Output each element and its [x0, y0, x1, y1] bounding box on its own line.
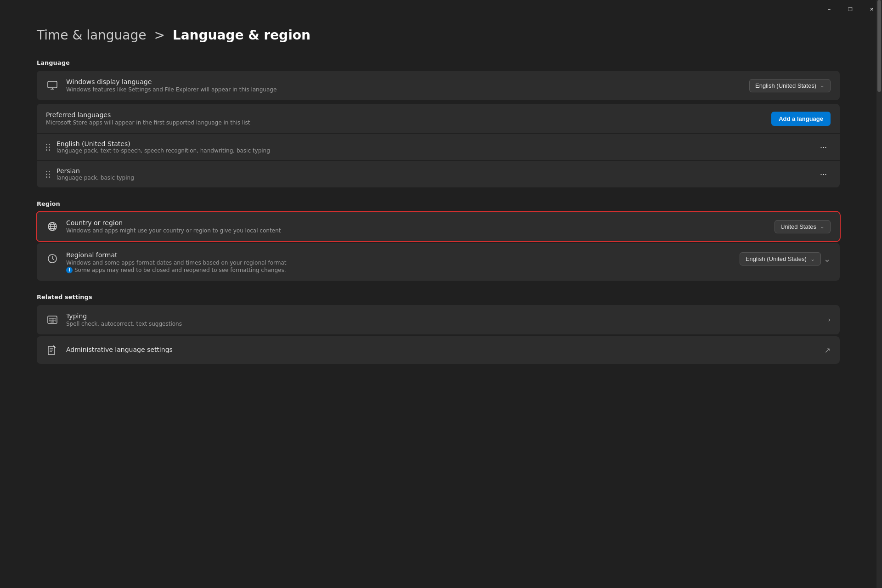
- add-language-button[interactable]: Add a language: [771, 112, 831, 126]
- chevron-down-icon: ⌄: [820, 82, 825, 89]
- regional-format-desc: Windows and some apps format dates and t…: [66, 260, 287, 266]
- list-item: Persian language pack, basic typing ···: [37, 161, 840, 187]
- typing-desc: Spell check, autocorrect, text suggestio…: [66, 321, 182, 327]
- keyboard-icon: [46, 313, 59, 326]
- windows-display-language-card: Windows display language Windows feature…: [37, 71, 840, 100]
- regional-format-title: Regional format: [66, 251, 287, 259]
- country-region-desc: Windows and apps might use your country …: [66, 227, 281, 234]
- admin-language-text: Administrative language settings: [66, 346, 173, 354]
- breadcrumb: Time & language > Language & region: [37, 28, 840, 43]
- display-language-title: Windows display language: [66, 78, 277, 85]
- typing-card[interactable]: Typing Spell check, autocorrect, text su…: [37, 305, 840, 334]
- scrollbar-thumb[interactable]: [877, 0, 881, 92]
- scrollbar[interactable]: [876, 0, 882, 588]
- regional-format-text: Regional format Windows and some apps fo…: [66, 251, 287, 273]
- globe-icon: [46, 220, 59, 233]
- monitor-icon: [46, 79, 59, 92]
- country-region-text: Country or region Windows and apps might…: [66, 219, 281, 234]
- list-item: English (United States) language pack, t…: [37, 134, 840, 160]
- admin-language-card[interactable]: Administrative language settings ↗: [37, 336, 840, 364]
- display-language-dropdown[interactable]: English (United States) ⌄: [749, 79, 831, 92]
- preferred-languages-header: Preferred languages Microsoft Store apps…: [37, 104, 840, 133]
- regional-format-left: Regional format Windows and some apps fo…: [46, 250, 740, 273]
- chevron-right-icon: ›: [828, 316, 831, 323]
- regional-format-icon: [46, 252, 59, 265]
- typing-text: Typing Spell check, autocorrect, text su…: [66, 312, 182, 327]
- svg-rect-0: [48, 81, 57, 88]
- display-language-left: Windows display language Windows feature…: [46, 78, 749, 93]
- language-features: language pack, basic typing: [57, 175, 134, 181]
- language-options-button[interactable]: ···: [816, 168, 831, 181]
- country-region-dropdown[interactable]: United States ⌄: [775, 220, 831, 233]
- typing-title: Typing: [66, 312, 182, 320]
- regional-format-card: Regional format Windows and some apps fo…: [37, 243, 840, 281]
- language-options-button[interactable]: ···: [816, 141, 831, 154]
- country-region-left: Country or region Windows and apps might…: [46, 219, 775, 234]
- admin-language-left: Administrative language settings: [46, 344, 825, 356]
- expand-icon: ⌄: [824, 254, 831, 264]
- svg-rect-20: [48, 346, 55, 355]
- language-features: language pack, text-to-speech, speech re…: [57, 147, 270, 154]
- info-icon: i: [66, 267, 73, 273]
- display-language-desc: Windows features like Settings and File …: [66, 86, 277, 93]
- region-section-heading: Region: [37, 200, 840, 207]
- preferred-languages-section: Preferred languages Microsoft Store apps…: [37, 104, 840, 187]
- admin-icon: [46, 344, 59, 356]
- drag-handle-icon[interactable]: [46, 171, 50, 178]
- main-content: Time & language > Language & region Lang…: [0, 0, 876, 588]
- breadcrumb-separator: >: [154, 28, 164, 43]
- admin-language-title: Administrative language settings: [66, 346, 173, 353]
- regional-format-dropdown[interactable]: English (United States) ⌄: [740, 252, 821, 266]
- country-region-title: Country or region: [66, 219, 281, 226]
- breadcrumb-current: Language & region: [173, 28, 311, 43]
- breadcrumb-parent: Time & language: [37, 28, 147, 43]
- external-link-icon: ↗: [825, 346, 831, 355]
- language-section-heading: Language: [37, 59, 840, 66]
- related-settings-heading: Related settings: [37, 294, 840, 300]
- preferred-languages-title: Preferred languages: [46, 111, 250, 119]
- chevron-down-icon: ⌄: [820, 223, 825, 230]
- country-or-region-card: Country or region Windows and apps might…: [37, 212, 840, 241]
- display-language-text: Windows display language Windows feature…: [66, 78, 277, 93]
- drag-handle-icon[interactable]: [46, 144, 50, 151]
- language-name: Persian: [57, 167, 134, 175]
- preferred-languages-desc: Microsoft Store apps will appear in the …: [46, 119, 250, 126]
- typing-left: Typing Spell check, autocorrect, text su…: [46, 312, 828, 327]
- chevron-down-icon: ⌄: [810, 256, 815, 262]
- regional-format-right: English (United States) ⌄ ⌄: [740, 252, 831, 266]
- language-name: English (United States): [57, 140, 270, 147]
- regional-format-info: i Some apps may need to be closed and re…: [66, 267, 287, 273]
